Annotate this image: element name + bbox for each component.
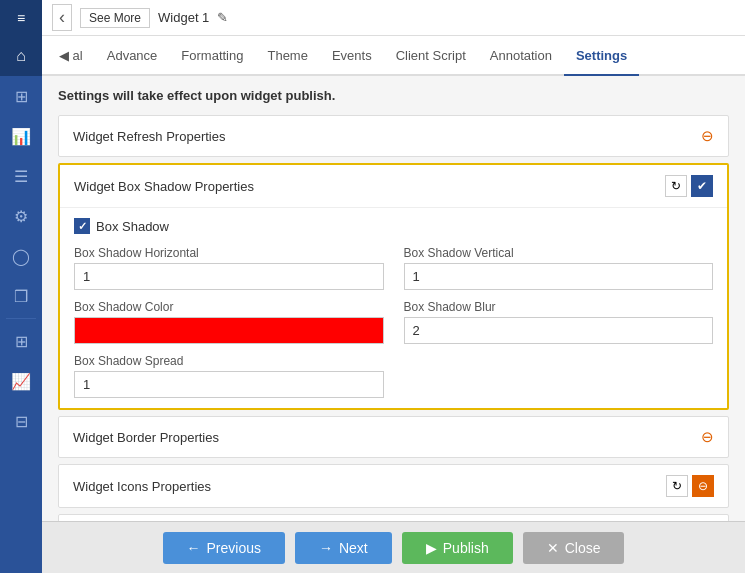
sidebar-icon-list[interactable]: ☰ xyxy=(0,156,42,196)
field-vertical: Box Shadow Vertical xyxy=(404,246,714,290)
box-shadow-fields: Box Shadow Horizontal Box Shadow Vertica… xyxy=(74,246,713,398)
back-button[interactable]: ‹ xyxy=(52,4,72,31)
publish-label: Publish xyxy=(443,540,489,556)
sidebar-icon-circle[interactable]: ◯ xyxy=(0,236,42,276)
box-shadow-refresh-btn[interactable]: ↻ xyxy=(665,175,687,197)
tab-theme[interactable]: Theme xyxy=(255,36,319,76)
close-button[interactable]: ✕ Close xyxy=(523,532,625,564)
label-spread: Box Shadow Spread xyxy=(74,354,713,368)
section-refresh-collapse-icon: ⊖ xyxy=(701,127,714,145)
tab-bar: ◀ al Advance Formatting Theme Events Cli… xyxy=(42,36,745,76)
sidebar-icon-dashboard[interactable]: ⊞ xyxy=(0,76,42,116)
edit-widget-icon[interactable]: ✎ xyxy=(217,10,228,25)
label-vertical: Box Shadow Vertical xyxy=(404,246,714,260)
tab-formatting[interactable]: Formatting xyxy=(169,36,255,76)
input-vertical[interactable] xyxy=(404,263,714,290)
tab-settings[interactable]: Settings xyxy=(564,36,639,76)
sidebar-icon-settings[interactable]: ⚙ xyxy=(0,196,42,236)
close-label: Close xyxy=(565,540,601,556)
section-border-title: Widget Border Properties xyxy=(73,430,219,445)
publish-button[interactable]: ▶ Publish xyxy=(402,532,513,564)
sidebar-icon-link[interactable]: ⊞ xyxy=(0,321,42,361)
sidebar: ≡ ⌂ ⊞ 📊 ☰ ⚙ ◯ ❒ ⊞ 📈 ⊟ xyxy=(0,0,42,573)
section-refresh-title: Widget Refresh Properties xyxy=(73,129,225,144)
section-border-collapse-icon: ⊖ xyxy=(701,428,714,446)
section-icons-header[interactable]: Widget Icons Properties ↻ ⊖ xyxy=(59,465,728,507)
sidebar-icon-analytics[interactable]: 📊 xyxy=(0,116,42,156)
publish-icon: ▶ xyxy=(426,540,437,556)
previous-label: Previous xyxy=(207,540,261,556)
sidebar-icon-chart[interactable]: 📈 xyxy=(0,361,42,401)
section-refresh: Widget Refresh Properties ⊖ xyxy=(58,115,729,157)
section-icons-actions: ↻ ⊖ xyxy=(666,475,714,497)
tab-client-script[interactable]: Client Script xyxy=(384,36,478,76)
field-horizontal: Box Shadow Horizontal xyxy=(74,246,384,290)
icons-refresh-btn[interactable]: ↻ xyxy=(666,475,688,497)
section-internal: Widget Internal Area Properties ⊖ xyxy=(58,514,729,521)
checkbox-checkmark: ✓ xyxy=(78,220,87,233)
tab-annotation[interactable]: Annotation xyxy=(478,36,564,76)
section-border-header[interactable]: Widget Border Properties ⊖ xyxy=(59,417,728,457)
input-spread[interactable] xyxy=(74,371,384,398)
field-color: Box Shadow Color xyxy=(74,300,384,344)
tab-al[interactable]: ◀ al xyxy=(47,36,95,76)
field-spread: Box Shadow Spread xyxy=(74,354,713,398)
section-box-shadow-header[interactable]: Widget Box Shadow Properties ↻ ✔ xyxy=(60,165,727,208)
section-box-shadow-actions: ↻ ✔ xyxy=(665,175,713,197)
input-horizontal[interactable] xyxy=(74,263,384,290)
box-shadow-label: Box Shadow xyxy=(96,219,169,234)
box-shadow-confirm-btn[interactable]: ✔ xyxy=(691,175,713,197)
section-border: Widget Border Properties ⊖ xyxy=(58,416,729,458)
section-icons-title: Widget Icons Properties xyxy=(73,479,211,494)
section-box-shadow: Widget Box Shadow Properties ↻ ✔ ✓ Box S… xyxy=(58,163,729,410)
sidebar-icon-report[interactable]: ⊟ xyxy=(0,401,42,441)
tab-events[interactable]: Events xyxy=(320,36,384,76)
sidebar-divider xyxy=(6,318,36,319)
settings-notice: Settings will take effect upon widget pu… xyxy=(58,88,729,103)
next-icon: → xyxy=(319,540,333,556)
label-blur: Box Shadow Blur xyxy=(404,300,714,314)
footer: ← Previous → Next ▶ Publish ✕ Close xyxy=(42,521,745,573)
widget-title: Widget 1 xyxy=(158,10,209,25)
sidebar-logo: ≡ xyxy=(0,0,42,36)
previous-button[interactable]: ← Previous xyxy=(163,532,285,564)
label-horizontal: Box Shadow Horizontal xyxy=(74,246,384,260)
previous-icon: ← xyxy=(187,540,201,556)
section-box-shadow-title: Widget Box Shadow Properties xyxy=(74,179,254,194)
main-area: ‹ See More Widget 1 ✎ ◀ al Advance Forma… xyxy=(42,0,745,573)
input-blur[interactable] xyxy=(404,317,714,344)
box-shadow-checkbox[interactable]: ✓ xyxy=(74,218,90,234)
next-label: Next xyxy=(339,540,368,556)
icons-collapse-btn[interactable]: ⊖ xyxy=(692,475,714,497)
next-button[interactable]: → Next xyxy=(295,532,392,564)
section-icons: Widget Icons Properties ↻ ⊖ xyxy=(58,464,729,508)
box-shadow-checkbox-row: ✓ Box Shadow xyxy=(74,218,713,234)
topbar: ‹ See More Widget 1 ✎ xyxy=(42,0,745,36)
see-more-button[interactable]: See More xyxy=(80,8,150,28)
section-box-shadow-body: ✓ Box Shadow Box Shadow Horizontal xyxy=(60,208,727,408)
field-blur: Box Shadow Blur xyxy=(404,300,714,344)
tab-advance[interactable]: Advance xyxy=(95,36,170,76)
section-refresh-header[interactable]: Widget Refresh Properties ⊖ xyxy=(59,116,728,156)
settings-content: Settings will take effect upon widget pu… xyxy=(42,76,745,521)
close-icon: ✕ xyxy=(547,540,559,556)
label-color: Box Shadow Color xyxy=(74,300,384,314)
sidebar-icon-home[interactable]: ⌂ xyxy=(0,36,42,76)
sidebar-icon-folder[interactable]: ❒ xyxy=(0,276,42,316)
input-color[interactable] xyxy=(74,317,384,344)
